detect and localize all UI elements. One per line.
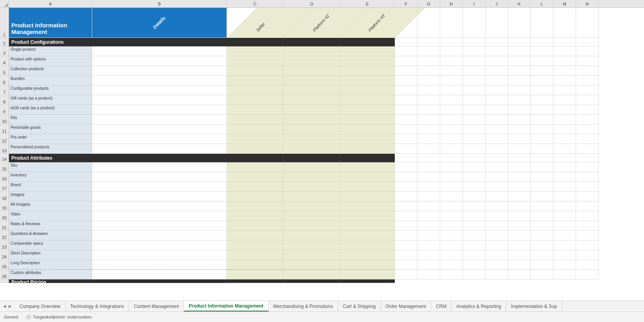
cell-I20[interactable] <box>463 211 485 221</box>
cell-F11[interactable] <box>395 125 417 134</box>
cell-platform[interactable] <box>340 240 395 250</box>
cell-platform[interactable] <box>340 144 395 154</box>
cell-F2[interactable] <box>395 38 417 46</box>
cell-K24[interactable] <box>508 250 531 260</box>
cell-platform[interactable] <box>340 260 395 270</box>
cell-I22[interactable] <box>463 231 485 240</box>
row-header-24[interactable]: 24 <box>0 250 9 260</box>
row-label[interactable]: Sku <box>9 162 92 172</box>
cell-H18[interactable] <box>440 192 463 201</box>
cell-platform[interactable] <box>340 76 395 85</box>
cell-H3[interactable] <box>440 46 463 56</box>
cell-K23[interactable] <box>508 240 531 250</box>
row-header-14[interactable]: 14 <box>0 154 9 162</box>
cell-K10[interactable] <box>508 115 531 125</box>
cell-I23[interactable] <box>463 240 485 250</box>
cell-H17[interactable] <box>440 182 463 192</box>
cell-details[interactable] <box>92 231 227 240</box>
col-header-E[interactable]: E <box>340 0 395 7</box>
cell-platform[interactable] <box>284 172 340 182</box>
cell-L8[interactable] <box>531 95 553 105</box>
cell-G10[interactable] <box>417 115 440 125</box>
cell-F22[interactable] <box>395 231 417 240</box>
cell-L4[interactable] <box>531 56 553 66</box>
sheet-tab-0[interactable]: Company Overview <box>15 301 66 311</box>
cell-J14[interactable] <box>485 154 508 162</box>
cell-L15[interactable] <box>531 162 553 172</box>
cell-L26[interactable] <box>531 270 553 279</box>
cell-J10[interactable] <box>485 115 508 125</box>
cell-N15[interactable] <box>576 162 599 172</box>
cell-J20[interactable] <box>485 211 508 221</box>
cell-M25[interactable] <box>553 260 576 270</box>
col-header-K[interactable]: K <box>508 0 531 7</box>
cell-H9[interactable] <box>440 105 463 115</box>
cell-N12[interactable] <box>576 134 599 144</box>
cell-I17[interactable] <box>463 182 485 192</box>
cell-G16[interactable] <box>417 172 440 182</box>
cell-G5[interactable] <box>417 66 440 76</box>
sheet-tab-4[interactable]: Merchandising & Promotions <box>269 301 338 311</box>
section-header-1[interactable]: Product Attributes <box>9 154 227 162</box>
cell-M21[interactable] <box>553 221 576 231</box>
cell-I3[interactable] <box>463 46 485 56</box>
cell-L18[interactable] <box>531 192 553 201</box>
cell-L24[interactable] <box>531 250 553 260</box>
sheet-tab-7[interactable]: CRM <box>431 301 451 311</box>
col-header-D[interactable]: D <box>284 0 340 7</box>
cell-N2[interactable] <box>576 38 599 46</box>
cell-details[interactable] <box>92 270 227 279</box>
cell-L17[interactable] <box>531 182 553 192</box>
cell-N10[interactable] <box>576 115 599 125</box>
row-header-1[interactable]: 1 <box>0 8 9 38</box>
cell-platform[interactable] <box>284 115 340 125</box>
cell-platform[interactable] <box>284 95 340 105</box>
cell-platform[interactable] <box>227 221 284 231</box>
cell-J12[interactable] <box>485 134 508 144</box>
cell-platform[interactable] <box>340 270 395 279</box>
col-header-G[interactable]: G <box>417 0 440 7</box>
cell-G14[interactable] <box>417 154 440 162</box>
cell-N7[interactable] <box>576 85 599 95</box>
sheet-tab-8[interactable]: Analytics & Reporting <box>451 301 506 311</box>
cell-details[interactable] <box>92 211 227 221</box>
cell-J23[interactable] <box>485 240 508 250</box>
cell-L1[interactable] <box>531 8 553 38</box>
cell-details[interactable] <box>92 260 227 270</box>
cell-M8[interactable] <box>553 95 576 105</box>
cell-K12[interactable] <box>508 134 531 144</box>
col-header-C[interactable]: C <box>227 0 284 7</box>
cell-N16[interactable] <box>576 172 599 182</box>
cell-J15[interactable] <box>485 162 508 172</box>
cell-N3[interactable] <box>576 46 599 56</box>
row-header-12[interactable]: 12 <box>0 134 9 144</box>
cell-M19[interactable] <box>553 201 576 211</box>
col-header-F[interactable]: F <box>395 0 417 7</box>
cell-L7[interactable] <box>531 85 553 95</box>
cell-details[interactable] <box>92 115 227 125</box>
cell-M2[interactable] <box>553 38 576 46</box>
cell-I16[interactable] <box>463 172 485 182</box>
row-label[interactable]: Personalized products <box>9 144 92 154</box>
cell-I5[interactable] <box>463 66 485 76</box>
col-header-M[interactable]: M <box>553 0 576 7</box>
cell-M15[interactable] <box>553 162 576 172</box>
cell-platform[interactable] <box>340 125 395 134</box>
cell-platform[interactable] <box>284 125 340 134</box>
cell-platform[interactable] <box>284 76 340 85</box>
row-header-9[interactable]: 9 <box>0 105 9 115</box>
row-header-10[interactable]: 10 <box>0 115 9 125</box>
cell-F25[interactable] <box>395 260 417 270</box>
cell-M9[interactable] <box>553 105 576 115</box>
row-header-16[interactable]: 16 <box>0 172 9 182</box>
cell-J17[interactable] <box>485 182 508 192</box>
cell-I6[interactable] <box>463 76 485 85</box>
cell-H11[interactable] <box>440 125 463 134</box>
cell-L10[interactable] <box>531 115 553 125</box>
cell-K19[interactable] <box>508 201 531 211</box>
row-header-26[interactable]: 26 <box>0 270 9 279</box>
row-header-23[interactable]: 23 <box>0 240 9 250</box>
cell-platform[interactable] <box>227 115 284 125</box>
cell-L6[interactable] <box>531 76 553 85</box>
cell-platform[interactable] <box>227 182 284 192</box>
